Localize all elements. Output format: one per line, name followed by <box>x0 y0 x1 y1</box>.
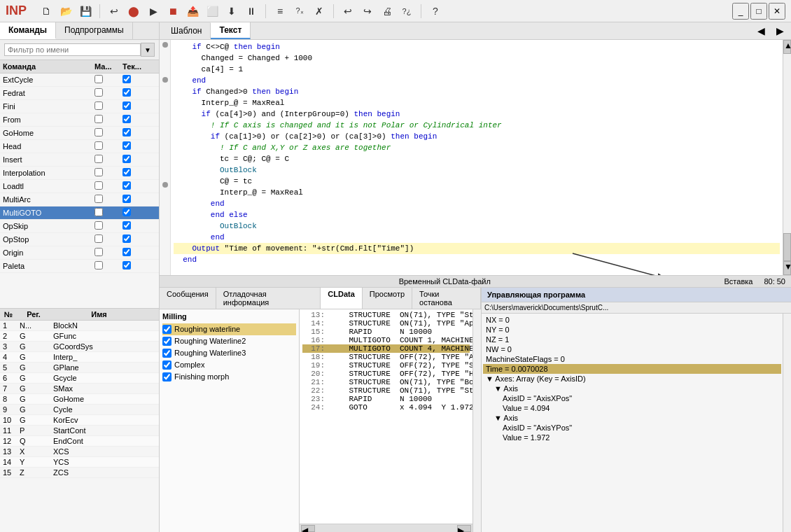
cl-line[interactable]: 21: STRUCTURE ON(71), TYPE "BodySecti <box>302 378 470 386</box>
register-row[interactable]: 11 P StartCont <box>0 426 159 436</box>
register-row[interactable]: 5 G GPlane <box>0 363 159 373</box>
cmd-ma[interactable] <box>92 74 120 87</box>
cmd-tek[interactable] <box>120 260 148 273</box>
cmd-ma[interactable] <box>92 153 120 167</box>
cl-line[interactable]: 24: GOTO x 4.094 Y 1.972 Z <box>302 403 470 412</box>
box-btn[interactable]: ⬜ <box>204 3 220 20</box>
tab-messages[interactable]: Сообщения <box>160 288 216 309</box>
help2-btn[interactable]: ?¿ <box>398 3 415 20</box>
register-row[interactable]: 6 G Gcycle <box>0 373 159 384</box>
cl-line[interactable]: 23: RAPID N 10000 <box>302 395 470 403</box>
command-row[interactable]: ExtCycle <box>0 74 159 87</box>
command-row[interactable]: OpSkip <box>0 220 159 233</box>
command-row[interactable]: Fini <box>0 100 159 113</box>
milling-tree-item[interactable]: Roughing Waterline3 <box>162 347 296 359</box>
command-row[interactable]: Insert <box>0 153 159 167</box>
tab-subroutines[interactable]: Подпрограммы <box>56 22 133 39</box>
tab-text[interactable]: Текст <box>211 22 251 39</box>
minimize-btn[interactable]: _ <box>732 3 749 20</box>
cl-line[interactable]: 14: STRUCTURE ON(71), TYPE "Apprc <box>302 319 470 328</box>
cmd-ma[interactable] <box>92 233 120 246</box>
tab-debug[interactable]: Отладочная информация <box>216 288 321 309</box>
command-row[interactable]: MultiArc <box>0 193 159 206</box>
command-row[interactable]: Head <box>0 140 159 153</box>
cmd-ma[interactable] <box>92 140 120 153</box>
cmd-ma[interactable] <box>92 193 120 206</box>
command-row[interactable]: GoHome <box>0 127 159 140</box>
cmd-ma[interactable] <box>92 260 120 273</box>
cl-line[interactable]: 19: STRUCTURE OFF(72), TYPE "String <box>302 361 470 370</box>
back-btn[interactable]: ↩ <box>340 3 356 20</box>
milling-checkbox[interactable] <box>162 325 172 334</box>
milling-tree-item[interactable]: Complex <box>162 359 296 371</box>
register-row[interactable]: 14 Y YCS <box>0 457 159 468</box>
register-row[interactable]: 7 G SMax <box>0 384 159 394</box>
list-btn[interactable]: ≡ <box>272 3 288 20</box>
scroll-down-btn[interactable]: ▼ <box>783 261 791 275</box>
tab-commands[interactable]: Команды <box>0 22 56 39</box>
register-row[interactable]: 8 G GoHome <box>0 394 159 405</box>
cmd-tek[interactable] <box>120 193 148 206</box>
cmd-tek[interactable] <box>120 113 148 127</box>
cmd-ma[interactable] <box>92 127 120 140</box>
register-row[interactable]: 9 G Cycle <box>0 405 159 415</box>
milling-checkbox[interactable] <box>162 360 172 370</box>
cl-scroll-left[interactable]: ◀ <box>301 525 315 532</box>
command-row[interactable]: Paleta <box>0 260 159 273</box>
register-row[interactable]: 15 Z ZCS <box>0 468 159 478</box>
cl-vscroll[interactable] <box>472 309 481 532</box>
undo-btn[interactable]: ↩ <box>106 3 122 20</box>
milling-tree-item[interactable]: Finishing morph <box>162 371 296 383</box>
command-row[interactable]: MultiGOTO <box>0 206 159 220</box>
cross-btn[interactable]: ✗ <box>311 3 328 20</box>
play-btn[interactable]: ▶ <box>145 3 162 20</box>
cl-line[interactable]: 16: MULTIGOTO COUNT 1, MACHINE, <box>302 336 470 344</box>
command-row[interactable]: Loadtl <box>0 180 159 193</box>
register-row[interactable]: 3 G GCoordSys <box>0 342 159 352</box>
cmd-tek[interactable] <box>120 206 148 220</box>
nav-back-btn[interactable]: ◀ <box>753 24 769 38</box>
register-row[interactable]: 12 Q EndCont <box>0 436 159 447</box>
tab-preview[interactable]: Просмотр <box>363 288 412 309</box>
tab-cldata[interactable]: CLData <box>321 288 363 309</box>
tab-breakpoints[interactable]: Точки останова <box>412 288 481 309</box>
command-row[interactable]: Fedrat <box>0 87 159 100</box>
command-row[interactable]: OpStop <box>0 233 159 246</box>
register-row[interactable]: 13 X XCS <box>0 447 159 457</box>
scroll-thumb[interactable] <box>783 233 791 261</box>
cmd-ma[interactable] <box>92 100 120 113</box>
cl-line[interactable]: 18: STRUCTURE OFF(72), TYPE "Appr <box>302 353 470 361</box>
milling-tree-item[interactable]: Roughing waterline <box>162 323 296 335</box>
cmd-tek[interactable] <box>120 100 148 113</box>
cmd-ma[interactable] <box>92 220 120 233</box>
cmd-ma[interactable] <box>92 113 120 127</box>
cl-line[interactable]: 17: MULTIGOTO COUNT 4, MACHINE, <box>302 344 470 353</box>
milling-checkbox[interactable] <box>162 349 172 358</box>
cmd-tek[interactable] <box>120 74 148 87</box>
command-row[interactable]: From <box>0 113 159 127</box>
sprutcam-btn[interactable]: ⬤ <box>125 3 142 20</box>
stop-btn[interactable]: ⏹ <box>164 3 181 20</box>
tab-template[interactable]: Шаблон <box>162 23 211 38</box>
milling-tree-item[interactable]: Roughing Waterline2 <box>162 335 296 347</box>
maximize-btn[interactable]: □ <box>750 3 767 20</box>
cmd-tek[interactable] <box>120 233 148 246</box>
export-btn[interactable]: 📤 <box>184 3 201 20</box>
cmd-ma[interactable] <box>92 167 120 180</box>
forward-btn[interactable]: ↪ <box>359 3 376 20</box>
cl-scroll-right[interactable]: ▶ <box>457 525 471 532</box>
close-btn[interactable]: ✕ <box>769 3 785 20</box>
code-scrollbar[interactable]: ▲ ▼ <box>783 40 791 275</box>
cmd-ma[interactable] <box>92 87 120 100</box>
filter-dropdown-btn[interactable]: ▼ <box>141 43 155 57</box>
new-file-btn[interactable]: 🗋 <box>38 3 55 20</box>
milling-checkbox[interactable] <box>162 337 172 346</box>
register-row[interactable]: 4 G Interp_ <box>0 352 159 363</box>
cmd-tek[interactable] <box>120 140 148 153</box>
filter-input[interactable] <box>4 43 141 56</box>
cmd-tek[interactable] <box>120 180 148 193</box>
cl-line[interactable]: 15: RAPID N 10000 <box>302 328 470 336</box>
register-row[interactable]: 1 N... BlockN <box>0 321 159 331</box>
cl-line[interactable]: 20: STRUCTURE OFF(72), TYPE "HeaderSe <box>302 370 470 378</box>
nav-forward-btn[interactable]: ▶ <box>772 24 788 38</box>
